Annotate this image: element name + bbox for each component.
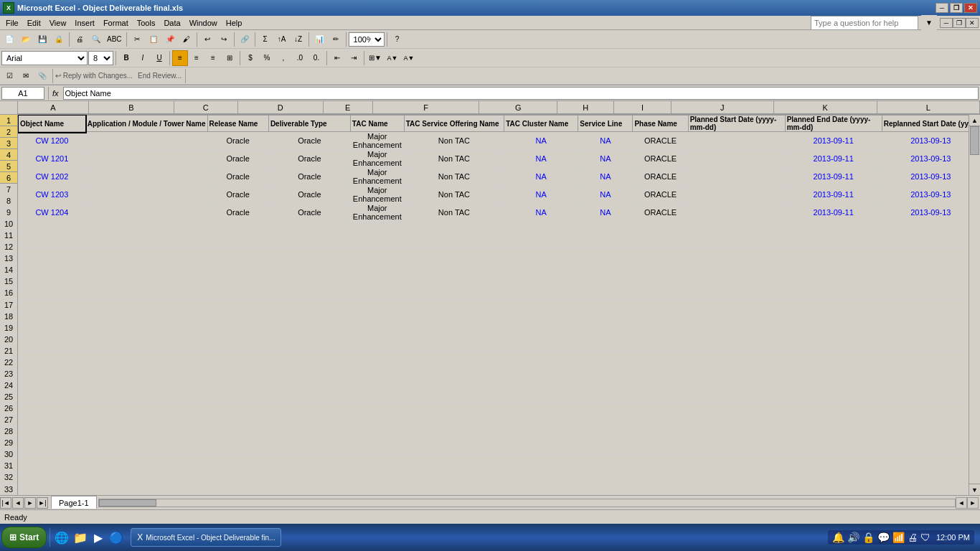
row-header-19[interactable]: 19 xyxy=(0,322,17,334)
menu-tools[interactable]: Tools xyxy=(133,17,160,29)
cell-h1[interactable]: Service Line xyxy=(578,116,633,132)
align-right-button[interactable]: ≡ xyxy=(205,50,221,66)
cell-j4[interactable] xyxy=(688,168,785,186)
cell-g2[interactable]: NA xyxy=(504,132,578,150)
print-preview-button[interactable]: 🔍 xyxy=(88,32,104,47)
col-header-i[interactable]: I xyxy=(614,101,671,114)
sort-asc-button[interactable]: ↑A xyxy=(274,32,290,47)
row-header-1[interactable]: 1 xyxy=(0,115,17,126)
cell-l5[interactable]: 2013-09-13 xyxy=(882,186,979,204)
row-header-24[interactable]: 24 xyxy=(0,380,17,391)
cell-b5[interactable] xyxy=(85,186,207,204)
chart-button[interactable]: 📊 xyxy=(311,32,327,47)
format-painter-button[interactable]: 🖌 xyxy=(179,32,194,47)
cell-k2[interactable]: 2013-09-11 xyxy=(785,132,882,150)
sheet-tab-page1-1[interactable]: Page1-1 xyxy=(51,496,97,509)
row-header-5[interactable]: 5 xyxy=(0,161,17,172)
start-button[interactable]: ⊞ Start xyxy=(1,527,47,548)
menu-view[interactable]: View xyxy=(45,17,71,29)
col-header-j[interactable]: J xyxy=(672,101,775,114)
row-header-20[interactable]: 20 xyxy=(0,334,17,345)
cell-g5[interactable]: NA xyxy=(504,186,578,204)
row-header-14[interactable]: 14 xyxy=(0,265,17,276)
new-button[interactable]: 📄 xyxy=(1,32,17,47)
cell-d5[interactable]: Oracle xyxy=(268,186,350,204)
cell-b3[interactable] xyxy=(85,150,207,168)
cell-a5[interactable]: CW 1203 xyxy=(19,186,86,204)
cell-b1[interactable]: Application / Module / Tower Name xyxy=(85,116,207,132)
cell-k4[interactable]: 2013-09-11 xyxy=(785,168,882,186)
cell-d6[interactable]: Oracle xyxy=(268,204,350,222)
increase-decimal-button[interactable]: .0 xyxy=(292,50,308,66)
cell-c4[interactable]: Oracle xyxy=(207,168,268,186)
review-btn2[interactable]: ✉ xyxy=(18,68,34,84)
cell-a6[interactable]: CW 1204 xyxy=(19,204,86,222)
minimize-button[interactable]: ─ xyxy=(936,3,948,13)
row-header-2[interactable]: 2 xyxy=(0,126,17,138)
row-header-4[interactable]: 4 xyxy=(0,149,17,161)
cell-d3[interactable]: Oracle xyxy=(268,150,350,168)
cell-e2[interactable]: Major Enhancement xyxy=(350,132,404,150)
cell-f4[interactable]: Non TAC xyxy=(404,168,504,186)
cell-h3[interactable]: NA xyxy=(578,150,633,168)
cell-j3[interactable] xyxy=(688,150,785,168)
menu-insert[interactable]: Insert xyxy=(70,17,99,29)
hyperlink-button[interactable]: 🔗 xyxy=(237,32,253,47)
cell-b2[interactable] xyxy=(85,132,207,150)
font-size-select[interactable]: 8 10 12 xyxy=(88,51,113,65)
taskbar-excel-item[interactable]: X Microsoft Excel - Object Deliverable f… xyxy=(131,528,281,547)
cell-i6[interactable]: ORACLE xyxy=(633,204,688,222)
cell-j5[interactable] xyxy=(688,186,785,204)
tray-icon-2[interactable]: 🔊 xyxy=(847,532,859,543)
cell-c5[interactable]: Oracle xyxy=(207,186,268,204)
row-header-15[interactable]: 15 xyxy=(0,276,17,288)
save-button[interactable]: 💾 xyxy=(34,32,50,47)
menu-data[interactable]: Data xyxy=(159,17,184,29)
col-header-c[interactable]: C xyxy=(174,101,238,114)
permission-button[interactable]: 🔒 xyxy=(51,32,67,47)
row-header-8[interactable]: 8 xyxy=(0,195,17,207)
cell-a3[interactable]: CW 1201 xyxy=(19,150,86,168)
cell-k5[interactable]: 2013-09-11 xyxy=(785,186,882,204)
menu-help[interactable]: Help xyxy=(222,17,247,29)
cell-j2[interactable] xyxy=(688,132,785,150)
cell-d1[interactable]: Deliverable Type xyxy=(268,116,350,132)
row-header-7[interactable]: 7 xyxy=(0,184,17,195)
cell-i4[interactable]: ORACLE xyxy=(633,168,688,186)
percent-button[interactable]: % xyxy=(259,50,275,66)
cell-l2[interactable]: 2013-09-13 xyxy=(882,132,979,150)
row-header-22[interactable]: 22 xyxy=(0,357,17,368)
fill-color-button[interactable]: A▼ xyxy=(385,50,400,66)
col-header-f[interactable]: F xyxy=(373,101,479,114)
menu-file[interactable]: File xyxy=(1,17,23,29)
help-button[interactable]: ? xyxy=(390,32,405,47)
row-header-21[interactable]: 21 xyxy=(0,345,17,357)
col-header-a[interactable]: A xyxy=(18,101,89,114)
col-header-d[interactable]: D xyxy=(238,101,324,114)
cell-g3[interactable]: NA xyxy=(504,150,578,168)
h-scroll-thumb[interactable] xyxy=(99,499,156,507)
cell-c6[interactable]: Oracle xyxy=(207,204,268,222)
row-header-29[interactable]: 29 xyxy=(0,438,17,449)
cell-c2[interactable]: Oracle xyxy=(207,132,268,150)
menu-edit[interactable]: Edit xyxy=(23,17,45,29)
cell-l3[interactable]: 2013-09-13 xyxy=(882,150,979,168)
cell-k3[interactable]: 2013-09-11 xyxy=(785,150,882,168)
sort-desc-button[interactable]: ↓Z xyxy=(291,32,306,47)
row-header-30[interactable]: 30 xyxy=(0,449,17,461)
decrease-indent-button[interactable]: ⇤ xyxy=(329,50,345,66)
chrome-icon[interactable]: 🔵 xyxy=(108,529,125,545)
decrease-decimal-button[interactable]: 0. xyxy=(308,50,324,66)
scroll-thumb-v[interactable] xyxy=(970,126,979,155)
media-icon[interactable]: ▶ xyxy=(90,529,106,545)
cell-a4[interactable]: CW 1202 xyxy=(19,168,86,186)
cell-b4[interactable] xyxy=(85,168,207,186)
tray-icon-6[interactable]: 🖨 xyxy=(908,532,918,543)
cell-e1[interactable]: TAC Name xyxy=(350,116,404,132)
font-name-select[interactable]: Arial Times New Roman xyxy=(1,51,88,65)
cell-i3[interactable]: ORACLE xyxy=(633,150,688,168)
row-header-13[interactable]: 13 xyxy=(0,253,17,265)
copy-button[interactable]: 📋 xyxy=(146,32,161,47)
scroll-up-button[interactable]: ▲ xyxy=(969,115,980,126)
print-button[interactable]: 🖨 xyxy=(72,32,88,47)
